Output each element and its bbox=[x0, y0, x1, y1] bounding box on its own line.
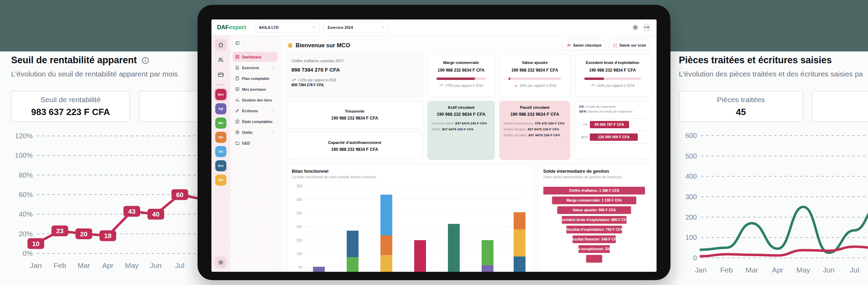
sidebar-item-outils[interactable]: Outils bbox=[233, 127, 278, 137]
kpi-card-valeur-ajout-e: Valeur ajoutée 190 988 232 9834 F CFA -9… bbox=[499, 55, 570, 97]
detail-line: Dettes fiscales: 837 6475 234 F CFA bbox=[504, 127, 566, 131]
sidebar-item--tats-comptables[interactable]: États comptables bbox=[233, 116, 278, 127]
saisie-classique-button[interactable]: Saisie classique bbox=[562, 40, 606, 50]
target-icon bbox=[235, 130, 240, 135]
passif-details: Dettes fournisseurs: 376 475 234 F CFADe… bbox=[504, 121, 566, 137]
sidebar-item--critures[interactable]: Écritures bbox=[233, 106, 278, 116]
exercise-select[interactable]: Exercice 2024 bbox=[324, 22, 388, 33]
svg-text:Jul: Jul bbox=[175, 261, 185, 269]
dashed-separator bbox=[590, 118, 646, 119]
tresorerie-card: Trésorerie 190 988 232 9834 F CFA bbox=[287, 101, 423, 129]
card-title: Trésorerie bbox=[345, 109, 364, 113]
kpi-card-excedent-brute-d-exploitation: Excedent brute d'exploitation 190 988 23… bbox=[575, 55, 650, 97]
svg-text:0%: 0% bbox=[23, 250, 33, 257]
rail-home-button[interactable] bbox=[215, 39, 227, 51]
header-actions: Saisie classique Saisie sur scan bbox=[562, 40, 650, 50]
svg-text:Feb: Feb bbox=[720, 266, 733, 274]
app-tile-dtx[interactable]: Dtx bbox=[215, 132, 226, 143]
app-tile-eco[interactable]: Eco bbox=[215, 160, 226, 171]
sidebar-item-dashboard[interactable]: Dashboard bbox=[233, 52, 278, 62]
sidebar-item-gestion-des-tiers[interactable]: Gestion des tiers bbox=[233, 95, 278, 105]
card-value: 190 988 232 9834 F CFA bbox=[331, 116, 378, 121]
rail-settings-button[interactable] bbox=[215, 256, 227, 268]
svg-text:43: 43 bbox=[128, 208, 135, 215]
saisie-scan-button[interactable]: Saisie sur scan bbox=[609, 40, 650, 50]
svg-text:120%: 120% bbox=[15, 132, 33, 140]
svg-text:May: May bbox=[125, 261, 139, 269]
stat-label: Seuil de rentabilité bbox=[41, 96, 101, 104]
fr-bfr-bars: FR 94 656 787 F CFA BFR 120 000 000 F CF… bbox=[579, 118, 646, 144]
svg-text:50: 50 bbox=[298, 266, 303, 269]
app-tile-mco[interactable]: Mco bbox=[215, 89, 226, 100]
actif-details: Créance client: 837 6475 234 F CFAStock:… bbox=[432, 121, 491, 131]
sidebar-item-ged[interactable]: GED bbox=[233, 138, 278, 148]
card-value: 190 988 232 9834 F CFA bbox=[504, 112, 566, 117]
sidebar-item-mes-journaux[interactable]: Mes journaux bbox=[233, 84, 278, 94]
trend-up-icon bbox=[439, 83, 443, 88]
app-tile-pgf[interactable]: Pgf bbox=[215, 103, 226, 114]
stat-card-partial bbox=[812, 91, 868, 122]
right-chart-section: Pièces traitées et écritures saisies L'é… bbox=[679, 55, 868, 277]
svg-text:20: 20 bbox=[80, 230, 87, 238]
detail-line: Créance client: 837 6475 234 F CFA bbox=[432, 121, 491, 125]
kpi-title: Valeur ajoutée bbox=[522, 60, 548, 65]
kpi-progress-fill bbox=[508, 78, 510, 80]
logo-part1: DAF bbox=[217, 24, 229, 31]
svg-text:100: 100 bbox=[685, 234, 697, 241]
grid-icon bbox=[235, 55, 240, 59]
fr-bfr-legend: FR: Fonds de roulementBFR: Besoin en fon… bbox=[579, 105, 646, 113]
avatar[interactable]: F B bbox=[643, 23, 651, 32]
svg-text:300: 300 bbox=[296, 198, 302, 202]
kpi-title: Marge commerciale bbox=[443, 60, 479, 65]
sidebar-item-plan-comptable[interactable]: Plan comptable bbox=[233, 73, 278, 83]
rail-users-button[interactable] bbox=[215, 54, 227, 66]
card-value: 190 988 232 9834 F CFA bbox=[432, 112, 491, 117]
funnel-row bbox=[586, 255, 602, 263]
waving-hand-icon bbox=[287, 42, 293, 49]
kpi-value: 190 988 232 9834 F CFA bbox=[438, 68, 485, 73]
rail-credit-card-button[interactable] bbox=[215, 69, 227, 81]
columns-icon bbox=[235, 119, 240, 124]
tablet-frame: DAFexpert AKILA LTD Exercice 2024 F B bbox=[198, 5, 670, 280]
welcome-row: Bienvenue sur MCO Saisie classique Saisi… bbox=[287, 40, 650, 50]
dafexpert-logo: DAFexpert bbox=[217, 24, 246, 31]
solde-intermediaire-card: Solde intermediaire de gestion Votre sol… bbox=[538, 164, 650, 272]
sidebar-item-label: GED bbox=[242, 141, 250, 145]
svg-text:18: 18 bbox=[104, 232, 111, 239]
stat-value: 45 bbox=[736, 107, 746, 117]
kpi-value: 190 988 232 9834 F CFA bbox=[589, 68, 636, 73]
app-body: McoPgfMrxDtxDciEco2Fa Dashboard Exercice… bbox=[211, 35, 657, 272]
app-tile-dci[interactable]: Dci bbox=[215, 146, 226, 157]
svg-text:500: 500 bbox=[685, 152, 697, 160]
company-select[interactable]: AKILA LTD bbox=[255, 22, 320, 33]
bilan-bar-chart: 50100150200250300350 bbox=[292, 182, 528, 272]
sidebar-item-exercices[interactable]: Exercices bbox=[233, 63, 278, 73]
passif-circulant-card: Passif circulant 190 988 232 9834 F CFA … bbox=[499, 101, 570, 160]
sig-funnel-chart: Chiffre d'affaires: 1 380 F CFAMarge com… bbox=[543, 187, 645, 263]
sidebar-item-label: États comptables bbox=[242, 120, 273, 124]
trend-down-icon bbox=[513, 83, 517, 88]
kpi-trend: -90% par rapport à 2016 bbox=[513, 83, 556, 88]
treasury-stack: Trésorerie 190 988 232 9834 F CFA Capaci… bbox=[287, 101, 423, 160]
chevron-right-icon bbox=[274, 98, 275, 101]
svg-text:40%: 40% bbox=[19, 210, 33, 218]
legend-line: FR: Fonds de roulement bbox=[579, 105, 646, 108]
chevron-right-icon bbox=[272, 131, 275, 134]
svg-text:Jun: Jun bbox=[150, 261, 162, 269]
svg-text:80%: 80% bbox=[19, 171, 33, 179]
card-subtitle: Le bilan fonctionnel de votre activité d… bbox=[292, 175, 528, 179]
fr-bfr-bar: 120 000 000 F CFA bbox=[590, 133, 638, 141]
right-stat-row: Pièces traitées 45 bbox=[679, 91, 868, 122]
app-tile-2fa[interactable]: 2Fa bbox=[215, 174, 226, 186]
theme-sun-icon[interactable] bbox=[632, 24, 638, 31]
svg-text:350: 350 bbox=[296, 184, 302, 188]
app-tile-mrx[interactable]: Mrx bbox=[215, 117, 226, 129]
kpi-trend-text: -90% par rapport à 2016 bbox=[519, 84, 556, 88]
left-section-title: Seuil de rentabilité apparent bbox=[11, 55, 150, 66]
kpi-progress-fill bbox=[584, 78, 604, 80]
sidebar-collapse-button[interactable] bbox=[233, 38, 242, 48]
info-icon[interactable] bbox=[141, 56, 150, 65]
kpi-chiffre-affaires: Chiffre d'affaires cumulés 2017 898 7384… bbox=[287, 55, 423, 97]
welcome-title: Bienvenue sur MCO bbox=[296, 42, 350, 49]
funnel-row: Marge commerciale: 1 100 F CFA bbox=[552, 196, 636, 204]
